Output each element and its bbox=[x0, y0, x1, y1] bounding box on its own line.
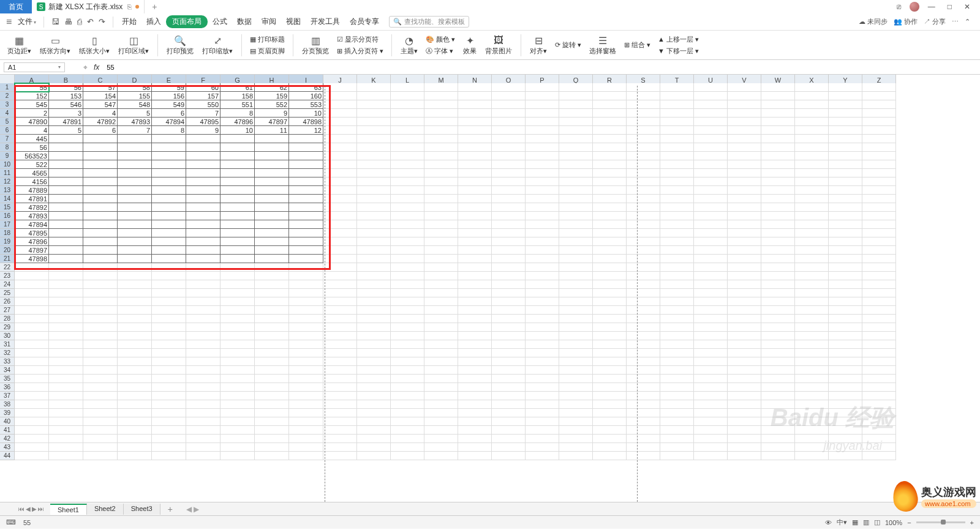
cell-M40[interactable] bbox=[424, 417, 458, 426]
cell-O8[interactable] bbox=[492, 143, 526, 152]
cell-R40[interactable] bbox=[593, 417, 627, 426]
cell-C41[interactable] bbox=[83, 426, 118, 435]
cell-D23[interactable] bbox=[118, 272, 152, 280]
cell-U27[interactable] bbox=[694, 306, 728, 315]
cell-D1[interactable]: 58 bbox=[118, 83, 152, 92]
cell-B35[interactable] bbox=[49, 375, 83, 383]
cell-Y21[interactable] bbox=[829, 255, 862, 263]
view-pagelayout-icon[interactable]: ▥ bbox=[863, 518, 869, 526]
cell-H24[interactable] bbox=[255, 280, 289, 289]
cell-T28[interactable] bbox=[660, 315, 694, 323]
cell-Q22[interactable] bbox=[559, 263, 593, 272]
cell-D40[interactable] bbox=[118, 417, 152, 426]
cell-T1[interactable] bbox=[660, 83, 694, 92]
cell-X23[interactable] bbox=[795, 272, 829, 280]
cell-T27[interactable] bbox=[660, 306, 694, 315]
cell-V29[interactable] bbox=[728, 323, 761, 332]
row-header-29[interactable]: 29 bbox=[0, 323, 15, 332]
cell-J2[interactable] bbox=[323, 92, 357, 100]
cell-Z39[interactable] bbox=[862, 409, 896, 417]
row-header-25[interactable]: 25 bbox=[0, 289, 15, 297]
cell-B17[interactable] bbox=[49, 220, 83, 229]
menu-tab-6[interactable]: 视图 bbox=[281, 17, 306, 27]
cell-R33[interactable] bbox=[593, 357, 627, 366]
cell-I5[interactable]: 47898 bbox=[289, 118, 323, 126]
cell-V39[interactable] bbox=[728, 409, 761, 417]
cell-Q40[interactable] bbox=[559, 417, 593, 426]
cell-E12[interactable] bbox=[152, 177, 186, 186]
cell-H6[interactable]: 11 bbox=[255, 126, 289, 135]
cell-W14[interactable] bbox=[761, 195, 795, 203]
new-tab-button[interactable]: + bbox=[145, 0, 164, 13]
cell-C19[interactable] bbox=[83, 237, 118, 246]
cell-Z40[interactable] bbox=[862, 417, 896, 426]
cell-H23[interactable] bbox=[255, 272, 289, 280]
cell-H41[interactable] bbox=[255, 426, 289, 435]
cell-U9[interactable] bbox=[694, 152, 728, 160]
cell-P28[interactable] bbox=[526, 315, 559, 323]
cell-W25[interactable] bbox=[761, 289, 795, 297]
cell-X9[interactable] bbox=[795, 152, 829, 160]
cell-H44[interactable] bbox=[255, 452, 289, 460]
row-header-37[interactable]: 37 bbox=[0, 392, 15, 400]
cell-U1[interactable] bbox=[694, 83, 728, 92]
cell-W18[interactable] bbox=[761, 229, 795, 237]
cell-W22[interactable] bbox=[761, 263, 795, 272]
cell-H26[interactable] bbox=[255, 297, 289, 306]
cell-G39[interactable] bbox=[221, 409, 255, 417]
cell-L30[interactable] bbox=[391, 332, 424, 340]
row-header-40[interactable]: 40 bbox=[0, 417, 15, 426]
cell-Y12[interactable] bbox=[829, 177, 862, 186]
cell-Z22[interactable] bbox=[862, 263, 896, 272]
cell-P21[interactable] bbox=[526, 255, 559, 263]
cell-Y38[interactable] bbox=[829, 400, 862, 409]
cell-A34[interactable] bbox=[15, 366, 49, 375]
window-mode-icon[interactable]: ⎚ bbox=[893, 1, 905, 12]
cell-P13[interactable] bbox=[526, 186, 559, 195]
cell-Q39[interactable] bbox=[559, 409, 593, 417]
cell-T43[interactable] bbox=[660, 443, 694, 452]
cell-N44[interactable] bbox=[458, 452, 492, 460]
cell-G15[interactable] bbox=[221, 203, 255, 212]
cell-K36[interactable] bbox=[357, 383, 391, 392]
cell-Z35[interactable] bbox=[862, 375, 896, 383]
cell-J43[interactable] bbox=[323, 443, 357, 452]
cell-C1[interactable]: 57 bbox=[83, 83, 118, 92]
cell-O34[interactable] bbox=[492, 366, 526, 375]
cell-F33[interactable] bbox=[186, 357, 221, 366]
cell-T34[interactable] bbox=[660, 366, 694, 375]
cell-U41[interactable] bbox=[694, 426, 728, 435]
cell-E1[interactable]: 59 bbox=[152, 83, 186, 92]
cell-V35[interactable] bbox=[728, 375, 761, 383]
cell-L38[interactable] bbox=[391, 400, 424, 409]
cell-M17[interactable] bbox=[424, 220, 458, 229]
cell-R1[interactable] bbox=[593, 83, 627, 92]
sheet-nav[interactable]: ⏮◀▶⏭ bbox=[18, 506, 44, 512]
cell-Z19[interactable] bbox=[862, 237, 896, 246]
cell-T25[interactable] bbox=[660, 289, 694, 297]
cell-X13[interactable] bbox=[795, 186, 829, 195]
cell-K10[interactable] bbox=[357, 160, 391, 169]
cell-N42[interactable] bbox=[458, 435, 492, 443]
cell-Z17[interactable] bbox=[862, 220, 896, 229]
row-header-24[interactable]: 24 bbox=[0, 280, 15, 289]
cell-Q44[interactable] bbox=[559, 452, 593, 460]
cell-A28[interactable] bbox=[15, 315, 49, 323]
print-titles-button[interactable]: ▦打印标题 bbox=[248, 34, 287, 45]
cell-X43[interactable] bbox=[795, 443, 829, 452]
cell-U23[interactable] bbox=[694, 272, 728, 280]
cell-P38[interactable] bbox=[526, 400, 559, 409]
cell-M33[interactable] bbox=[424, 357, 458, 366]
cell-Z26[interactable] bbox=[862, 297, 896, 306]
cell-K39[interactable] bbox=[357, 409, 391, 417]
cell-Y8[interactable] bbox=[829, 143, 862, 152]
cell-V13[interactable] bbox=[728, 186, 761, 195]
cell-G12[interactable] bbox=[221, 177, 255, 186]
cell-W32[interactable] bbox=[761, 349, 795, 357]
cell-J33[interactable] bbox=[323, 357, 357, 366]
cell-Y37[interactable] bbox=[829, 392, 862, 400]
sheet-tab-Sheet2[interactable]: Sheet2 bbox=[87, 504, 124, 515]
cell-Q2[interactable] bbox=[559, 92, 593, 100]
cell-X17[interactable] bbox=[795, 220, 829, 229]
cell-S36[interactable] bbox=[627, 383, 660, 392]
